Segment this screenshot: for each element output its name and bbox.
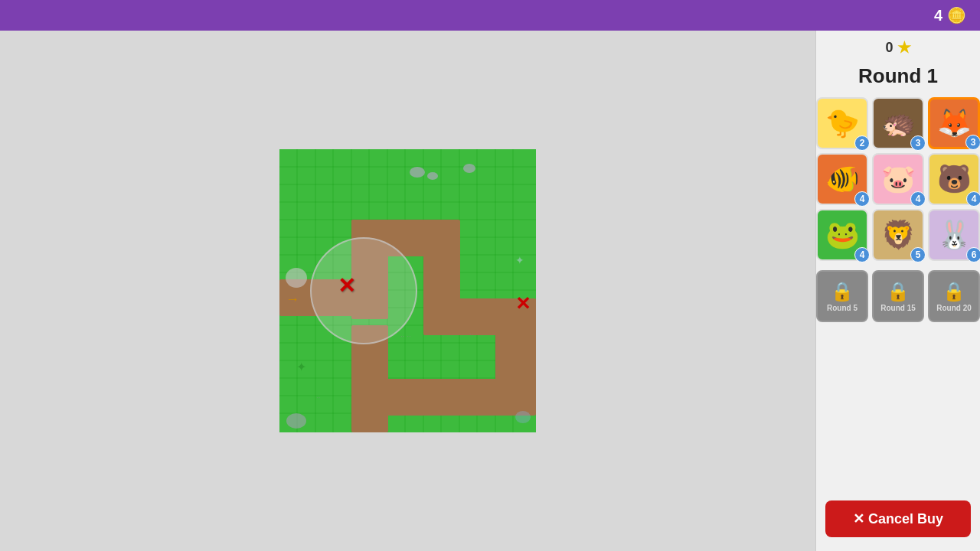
currency-display: 4 🪙 <box>934 6 966 24</box>
svg-point-40 <box>427 172 438 180</box>
locked-cell-round20: 🔒 Round 20 <box>928 270 980 322</box>
placement-marker: ✕ <box>338 276 355 297</box>
lock-art-20: 🔒 Round 20 <box>929 272 978 321</box>
svg-text:··: ·· <box>316 393 321 402</box>
char-chick[interactable]: 🐤 2 <box>816 97 868 149</box>
char-lion[interactable]: 🦁 5 <box>872 209 924 261</box>
bear-badge: 4 <box>966 191 980 207</box>
svg-text:✦: ✦ <box>296 360 306 373</box>
chick-badge: 2 <box>854 135 870 151</box>
stack-icon: 🪙 <box>947 6 966 24</box>
right-panel: 0 ★ Round 1 🐤 2 🦔 3 🦊 3 🐠 4 <box>815 31 980 551</box>
game-map: → ✕ <box>279 149 536 432</box>
fish-badge: 4 <box>854 191 870 207</box>
main-layout: → ✕ <box>0 31 980 551</box>
score-row: 0 ★ <box>885 38 910 57</box>
svg-point-42 <box>286 268 307 288</box>
lock-label-15: Round 15 <box>880 304 916 312</box>
map-container[interactable]: → ✕ <box>279 149 536 432</box>
char-owl[interactable]: 🦔 3 <box>872 97 924 149</box>
svg-point-41 <box>463 164 475 173</box>
char-bunny[interactable]: 🐰 6 <box>928 209 980 261</box>
topbar: 4 🪙 <box>0 0 980 31</box>
lion-badge: 5 <box>910 247 926 262</box>
round-title: Round 1 <box>858 64 938 88</box>
svg-text:·· ··: ·· ·· <box>400 332 411 341</box>
currency-amount: 4 <box>934 7 942 24</box>
char-pig[interactable]: 🐷 4 <box>872 153 924 205</box>
locked-cell-round5: 🔒 Round 5 <box>816 270 868 322</box>
lock-label-5: Round 5 <box>827 304 858 312</box>
locked-cell-round15: 🔒 Round 15 <box>872 270 924 322</box>
character-grid: 🐤 2 🦔 3 🦊 3 🐠 4 🐷 4 🐻 4 <box>816 97 980 261</box>
char-frog[interactable]: 🐸 4 <box>816 209 868 261</box>
lock-icon-5: 🔒 <box>831 281 854 302</box>
game-area: → ✕ <box>0 31 815 551</box>
cancel-buy-button[interactable]: ✕ Cancel Buy <box>825 500 971 537</box>
pig-badge: 4 <box>910 191 926 207</box>
svg-text:··: ·· <box>469 330 474 338</box>
svg-point-47 <box>286 413 306 429</box>
lock-art-5: 🔒 Round 5 <box>818 272 867 321</box>
lock-label-20: Round 20 <box>936 304 972 312</box>
char-fish[interactable]: 🐠 4 <box>816 153 868 205</box>
char-bear[interactable]: 🐻 4 <box>928 153 980 205</box>
svg-text:✕: ✕ <box>515 293 531 314</box>
svg-text:✦: ✦ <box>515 254 524 266</box>
svg-point-39 <box>410 167 425 178</box>
svg-rect-36 <box>351 325 388 432</box>
star-icon: ★ <box>897 38 911 57</box>
svg-point-48 <box>515 411 531 423</box>
lock-icon-20: 🔒 <box>942 281 965 302</box>
score-value: 0 <box>885 40 893 56</box>
fox-badge: 3 <box>965 135 980 150</box>
frog-badge: 4 <box>854 247 870 262</box>
char-fox[interactable]: 🦊 3 <box>928 97 980 149</box>
owl-badge: 3 <box>910 135 926 151</box>
lock-art-15: 🔒 Round 15 <box>874 272 923 321</box>
svg-text:→: → <box>286 292 299 307</box>
bunny-badge: 6 <box>966 247 980 262</box>
lock-icon-15: 🔒 <box>887 281 910 302</box>
